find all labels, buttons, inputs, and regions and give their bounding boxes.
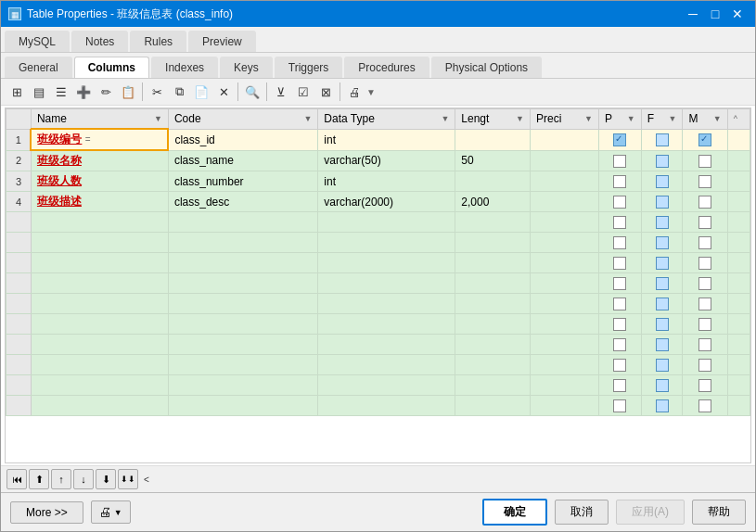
- tb-cut-btn[interactable]: ✂: [147, 82, 167, 102]
- col-header-name[interactable]: Name▼: [31, 109, 168, 130]
- col-header-preci[interactable]: Preci▼: [531, 109, 599, 130]
- table-row[interactable]: 3 班级人数 class_number int: [6, 171, 750, 192]
- checkbox-f-3[interactable]: [656, 175, 669, 188]
- cell-length-2[interactable]: 50: [455, 150, 531, 171]
- tab-procedures[interactable]: Procedures: [344, 57, 429, 78]
- cell-m-4[interactable]: [683, 192, 727, 212]
- checkbox-f-2[interactable]: [656, 155, 669, 168]
- cell-name-2[interactable]: 班级名称: [31, 150, 168, 171]
- tab-keys[interactable]: Keys: [220, 57, 273, 78]
- checkbox-p-2[interactable]: [613, 155, 626, 168]
- tab-mysql[interactable]: MySQL: [5, 31, 70, 52]
- cell-datatype-4[interactable]: varchar(2000): [318, 192, 455, 212]
- tab-triggers[interactable]: Triggers: [275, 57, 343, 78]
- nav-prev-page-btn[interactable]: ⬆: [29, 469, 49, 489]
- nav-first-btn[interactable]: ⏮: [6, 469, 27, 489]
- tab-columns[interactable]: Columns: [74, 57, 149, 78]
- tab-rules[interactable]: Rules: [130, 31, 186, 52]
- checkbox-m-2[interactable]: [698, 155, 711, 168]
- nav-next-btn[interactable]: ↓: [73, 469, 94, 489]
- tab-notes[interactable]: Notes: [71, 31, 128, 52]
- tab-preview[interactable]: Preview: [188, 31, 256, 52]
- tb-table-btn[interactable]: ▤: [29, 82, 49, 102]
- tb-cancel-filter-btn[interactable]: ⊠: [315, 82, 336, 102]
- checkbox-p-3[interactable]: [613, 175, 626, 188]
- tb-copy-btn[interactable]: ⧉: [169, 82, 189, 102]
- nav-prev-btn[interactable]: ↑: [51, 469, 71, 489]
- help-button[interactable]: 帮助: [692, 500, 746, 525]
- cell-f-2[interactable]: [641, 150, 683, 171]
- nav-last-btn[interactable]: ⬇⬇: [118, 469, 138, 489]
- tb-add-btn[interactable]: ➕: [73, 82, 94, 102]
- tb-paste-btn[interactable]: 📄: [191, 82, 211, 102]
- cell-p-2[interactable]: [599, 150, 642, 171]
- cell-preci-1[interactable]: [531, 129, 599, 150]
- cell-p-1[interactable]: [599, 129, 642, 150]
- tab-general[interactable]: General: [5, 57, 72, 78]
- tb-edit-btn[interactable]: ✏: [96, 82, 116, 102]
- tb-print-btn[interactable]: 🖨: [344, 82, 365, 102]
- tb-find-btn[interactable]: 🔍: [242, 82, 263, 102]
- cell-f-3[interactable]: [641, 171, 683, 192]
- tb-delete-btn[interactable]: ✕: [213, 82, 234, 102]
- table-row[interactable]: 2 班级名称 class_name varchar(50) 50: [6, 150, 750, 171]
- table-row[interactable]: 1 班级编号 = class_id int: [6, 129, 750, 150]
- cancel-button[interactable]: 取消: [555, 500, 609, 525]
- cell-p-3[interactable]: [599, 171, 642, 192]
- checkbox-m-3[interactable]: [698, 175, 711, 188]
- checkbox-m-4[interactable]: [698, 196, 711, 209]
- cell-code-2[interactable]: class_name: [168, 150, 317, 171]
- tb-new-btn[interactable]: ⊞: [6, 82, 27, 102]
- checkbox-p-4[interactable]: [613, 196, 626, 209]
- tb-list-btn[interactable]: ☰: [51, 82, 71, 102]
- print-dropdown-icon[interactable]: ▼: [114, 508, 122, 517]
- apply-button[interactable]: 应用(A): [616, 500, 685, 525]
- cell-preci-3[interactable]: [531, 171, 599, 192]
- cell-datatype-2[interactable]: varchar(50): [318, 150, 455, 171]
- checkbox-f-1[interactable]: [656, 133, 669, 146]
- cell-length-1[interactable]: [455, 129, 531, 150]
- checkbox-p-1[interactable]: [613, 133, 626, 146]
- cell-datatype-1[interactable]: int: [318, 129, 455, 150]
- cell-datatype-3[interactable]: int: [318, 171, 455, 192]
- cell-length-4[interactable]: 2,000: [455, 192, 531, 212]
- more-button[interactable]: More >>: [10, 501, 83, 524]
- cell-name-1[interactable]: 班级编号 =: [31, 129, 168, 150]
- cell-name-4[interactable]: 班级描述: [31, 192, 168, 212]
- cell-name-3[interactable]: 班级人数: [31, 171, 168, 192]
- cell-m-1[interactable]: [683, 129, 727, 150]
- tab-indexes[interactable]: Indexes: [151, 57, 218, 78]
- nav-next-page-btn[interactable]: ⬇: [96, 469, 116, 489]
- tb-props-btn[interactable]: 📋: [118, 82, 138, 102]
- cell-m-3[interactable]: [683, 171, 727, 192]
- tb-check-btn[interactable]: ☑: [293, 82, 314, 102]
- table-row[interactable]: 4 班级描述 class_desc varchar(2000) 2,000: [6, 192, 750, 212]
- tab-physical-options[interactable]: Physical Options: [431, 57, 542, 78]
- cell-code-1[interactable]: class_id: [168, 129, 317, 150]
- print-dropdown-arrow[interactable]: ▼: [366, 87, 376, 97]
- confirm-button[interactable]: 确定: [482, 499, 547, 526]
- cell-code-3[interactable]: class_number: [168, 171, 317, 192]
- tb-filter-btn[interactable]: ⊻: [271, 82, 291, 102]
- col-header-code[interactable]: Code▼: [168, 109, 317, 130]
- print-button[interactable]: 🖨 ▼: [91, 500, 131, 524]
- cell-preci-4[interactable]: [531, 192, 599, 212]
- col-header-f[interactable]: F▼: [641, 109, 683, 130]
- col-header-m[interactable]: M▼: [683, 109, 727, 130]
- close-button[interactable]: ✕: [727, 5, 748, 23]
- col-header-length[interactable]: Lengt▼: [455, 109, 531, 130]
- cell-f-4[interactable]: [641, 192, 683, 212]
- cell-p-4[interactable]: [599, 192, 642, 212]
- cell-f-1[interactable]: [641, 129, 683, 150]
- cell-length-3[interactable]: [455, 171, 531, 192]
- cell-m-2[interactable]: [683, 150, 727, 171]
- maximize-button[interactable]: □: [705, 5, 725, 23]
- minimize-button[interactable]: ─: [683, 5, 703, 23]
- checkbox-f-4[interactable]: [656, 196, 669, 209]
- cell-code-4[interactable]: class_desc: [168, 192, 317, 212]
- col-header-datatype[interactable]: Data Type▼: [318, 109, 455, 130]
- columns-table-container[interactable]: Name▼ Code▼ Data Type▼ Lengt▼ Preci▼: [5, 108, 751, 463]
- cell-preci-2[interactable]: [531, 150, 599, 171]
- col-header-p[interactable]: P▼: [599, 109, 642, 130]
- checkbox-m-1[interactable]: [698, 133, 711, 146]
